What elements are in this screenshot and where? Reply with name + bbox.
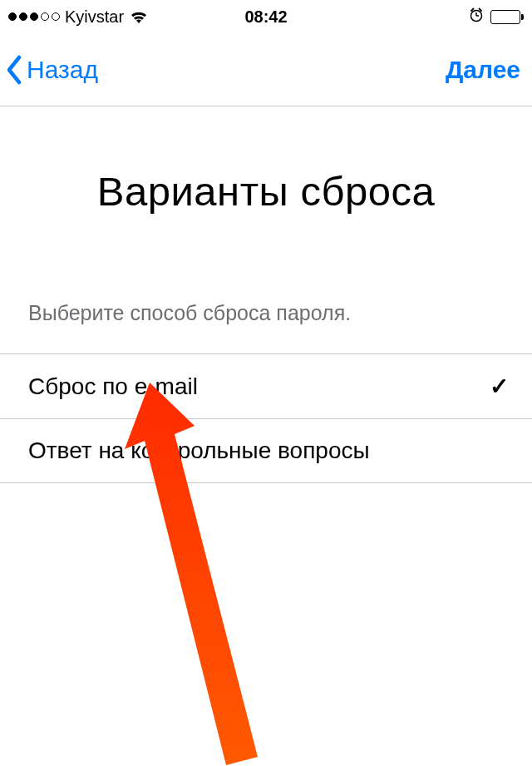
status-bar: Kyivstar 08:42 [0, 0, 532, 33]
status-right [469, 7, 524, 27]
svg-line-3 [471, 8, 474, 11]
next-button[interactable]: Далее [446, 56, 520, 84]
option-label: Ответ на контрольные вопросы [28, 437, 370, 464]
wifi-icon [129, 9, 149, 24]
page-subtitle: Выберите способ сброса пароля. [0, 301, 532, 325]
page-title: Варианты сброса [0, 168, 532, 215]
status-left: Kyivstar [8, 7, 149, 27]
chevron-left-icon [5, 54, 23, 86]
option-label: Сброс по e-mail [28, 373, 198, 400]
alarm-icon [469, 7, 484, 27]
battery-icon [490, 10, 524, 24]
option-security-questions[interactable]: Ответ на контрольные вопросы [0, 419, 532, 483]
carrier-label: Kyivstar [65, 7, 124, 27]
back-label: Назад [27, 56, 98, 84]
nav-bar: Назад Далее [0, 33, 532, 106]
status-time: 08:42 [244, 7, 287, 27]
svg-line-4 [480, 8, 482, 11]
option-reset-email[interactable]: Сброс по e-mail ✓ [0, 354, 532, 419]
checkmark-icon: ✓ [490, 373, 509, 400]
signal-strength-icon [8, 12, 60, 21]
options-list: Сброс по e-mail ✓ Ответ на контрольные в… [0, 353, 532, 483]
back-button[interactable]: Назад [5, 54, 98, 86]
